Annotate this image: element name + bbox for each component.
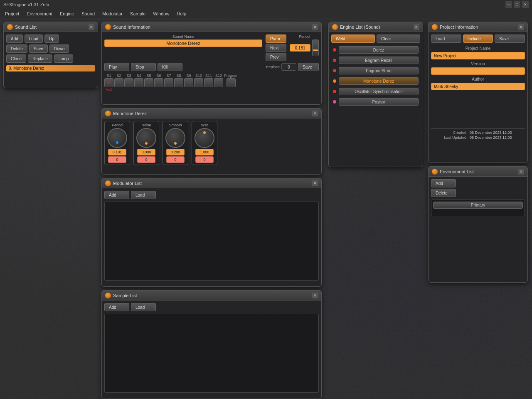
menu-sound[interactable]: Sound (78, 10, 98, 17)
slot-s5-btn[interactable] (144, 78, 153, 87)
next-button[interactable]: Next (266, 44, 286, 52)
slot-s3: S3 (124, 74, 133, 91)
slot-s2-btn[interactable] (114, 78, 123, 87)
engine-name-engram-recall: Engram Recall (339, 57, 419, 64)
sample-add-button[interactable]: Add (104, 303, 129, 311)
knob-smooth-bottom[interactable]: 0 (166, 156, 185, 163)
knob-noise-label: Noise (141, 123, 151, 127)
knob-noise-value[interactable]: 0.000 (137, 149, 155, 155)
slot-s6-btn[interactable] (154, 78, 163, 87)
period-label: Period (299, 34, 310, 39)
sample-load-button[interactable]: Load (131, 303, 156, 311)
modulator-list-close[interactable]: ✕ (312, 180, 318, 186)
menu-engine[interactable]: Engine (57, 10, 77, 17)
stop-button[interactable]: Stop (131, 63, 156, 71)
slot-s1-btn[interactable]: ● (104, 78, 113, 87)
knob-noise-dial[interactable] (136, 128, 156, 148)
menu-project[interactable]: Project (2, 10, 22, 17)
replace-input[interactable] (281, 63, 296, 71)
slot-s7-btn[interactable] (164, 78, 173, 87)
knob-smooth-label: Smooth (169, 123, 182, 127)
knob-noise: Noise 0.000 0 (133, 121, 159, 165)
monotone-derez-close[interactable]: ✕ (312, 111, 318, 116)
project-load-button[interactable]: Load (431, 34, 461, 43)
minimize-button[interactable]: — (505, 1, 512, 8)
modulator-load-button[interactable]: Load (131, 191, 156, 199)
maximize-button[interactable]: □ (514, 1, 520, 8)
slot-s4-btn[interactable] (134, 78, 143, 87)
sound-list-close[interactable]: ✕ (89, 24, 94, 30)
engine-weld-button[interactable]: Weld (331, 34, 375, 43)
project-include-button[interactable]: Include (463, 34, 493, 43)
slot-s10-btn[interactable] (194, 78, 203, 87)
slot-s9-btn[interactable] (184, 78, 193, 87)
environment-delete-button[interactable]: Delete (431, 189, 456, 197)
slot-s9: S9 (184, 74, 193, 91)
sound-info-close[interactable]: ✕ (312, 24, 318, 30)
sound-down-button[interactable]: Down (49, 44, 69, 53)
knob-wet-label: Wet (201, 123, 208, 127)
knob-wet-value[interactable]: 1.000 (195, 149, 214, 155)
engine-item-engram-recall[interactable]: Engram Recall (331, 56, 420, 65)
sound-list-item[interactable]: 0. Monotone Derez (6, 65, 95, 71)
sound-add-button[interactable]: Add (6, 34, 23, 43)
slot-s3-btn[interactable] (124, 78, 133, 87)
knob-period-bottom[interactable]: 0 (108, 156, 126, 163)
sound-jump-button[interactable]: Jump (54, 54, 73, 63)
menu-sample[interactable]: Sample (127, 10, 149, 17)
engine-clear-button[interactable]: Clear (377, 34, 420, 43)
project-info-close[interactable]: ✕ (518, 24, 524, 30)
knob-smooth-dial[interactable] (165, 128, 185, 148)
menu-modulator[interactable]: Modulator (99, 10, 126, 17)
knob-smooth-value[interactable]: 0.200 (166, 149, 185, 155)
modulator-add-button[interactable]: Add (104, 191, 129, 199)
knob-wet-dial[interactable] (195, 128, 214, 148)
environment-add-button[interactable]: Add (431, 179, 456, 187)
prev-button[interactable]: Prev (266, 53, 286, 61)
engine-item-derez[interactable]: Derez (331, 45, 420, 54)
modulator-list-title: Modulator List (105, 180, 142, 186)
kill-button[interactable]: Kill (158, 63, 182, 71)
menu-window[interactable]: Window (150, 10, 172, 17)
slot-s12-btn[interactable] (214, 78, 223, 87)
save-sound-button[interactable]: Save (298, 63, 319, 71)
sound-up-button[interactable]: Up (44, 34, 59, 43)
engine-item-engram-store[interactable]: Engram Store (331, 66, 420, 75)
close-button[interactable]: ✕ (522, 1, 529, 8)
knob-period-dial[interactable] (107, 128, 127, 148)
sample-list-close[interactable]: ✕ (312, 293, 318, 298)
environment-item-primary[interactable]: Primary (433, 202, 523, 209)
engine-item-monotone-derez[interactable]: Monotone Derez (331, 76, 420, 86)
sound-delete-button[interactable]: Delete (6, 44, 27, 53)
engine-item-oscillator-sync[interactable]: Oscillator Synchronisation (331, 87, 420, 96)
author-field[interactable]: Mark Sheeky (431, 83, 525, 90)
menu-help[interactable]: Help (173, 10, 190, 17)
engine-dot-positor (333, 100, 336, 103)
project-save-button[interactable]: Save (495, 34, 525, 43)
sound-replace-button[interactable]: Replace (28, 54, 52, 63)
slot-program-btn[interactable] (227, 78, 236, 87)
knob-noise-bottom[interactable]: 0 (137, 156, 155, 163)
slot-s8-btn[interactable] (174, 78, 183, 87)
period-input[interactable] (290, 44, 310, 52)
environment-list-close[interactable]: ✕ (518, 169, 524, 175)
slot-s11-btn[interactable] (204, 78, 213, 87)
project-name-field[interactable]: New Project (431, 52, 525, 59)
last-updated-value: 06 December 2023 12:03 (470, 135, 525, 140)
knob-wet-bottom[interactable]: 0 (195, 156, 214, 163)
engine-list-close[interactable]: ✕ (414, 24, 419, 30)
menu-environment[interactable]: Environment (23, 10, 56, 17)
project-info-header: Project Information ✕ (429, 22, 527, 32)
engine-item-positor[interactable]: Positor (331, 97, 420, 106)
parm-button[interactable]: Parm (266, 34, 286, 43)
monotone-derez-title: Monotone Derez (105, 111, 147, 116)
play-button[interactable]: Play (104, 63, 129, 71)
version-field[interactable] (431, 67, 525, 75)
sound-clone-button[interactable]: Clone (6, 54, 26, 63)
sound-load-button[interactable]: Load (25, 34, 43, 43)
knob-period-value[interactable]: 0.181 (108, 149, 126, 155)
sound-save-button[interactable]: Save (29, 44, 48, 53)
sound-info-title: Sound Information (105, 24, 150, 30)
sound-name-input[interactable] (104, 39, 262, 47)
period-slider[interactable] (312, 39, 319, 56)
